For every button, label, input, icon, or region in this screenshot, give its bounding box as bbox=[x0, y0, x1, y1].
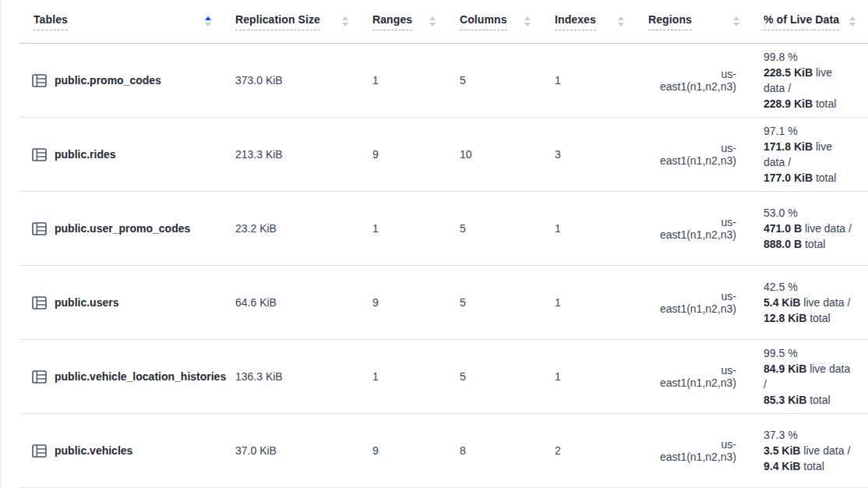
sort-asc-icon bbox=[849, 16, 856, 20]
table-grid-icon bbox=[32, 74, 47, 87]
table-name-link[interactable]: public.vehicle_location_histories bbox=[55, 370, 226, 383]
column-header-label: Ranges bbox=[372, 13, 412, 30]
indexes-cell: 3 bbox=[543, 148, 637, 161]
replication-size-cell: 64.6 KiB bbox=[224, 296, 361, 309]
replication-size-cell: 37.0 KiB bbox=[224, 444, 361, 457]
regions-cell: us-east1(n1,n2,n3) bbox=[637, 68, 752, 93]
table-name-cell: public.promo_codes bbox=[19, 74, 224, 87]
sort-asc-icon bbox=[733, 16, 739, 20]
sort-desc-icon bbox=[733, 23, 739, 27]
regions-cell: us-east1(n1,n2,n3) bbox=[637, 364, 752, 389]
sort-arrows-icon bbox=[205, 16, 211, 27]
columns-cell: 8 bbox=[448, 444, 543, 457]
regions-cell: us-east1(n1,n2,n3) bbox=[637, 142, 752, 167]
table-header-row: Tables Replication Size Ranges Columns I… bbox=[19, 0, 868, 44]
live-data-line: 228.5 KiB live data / bbox=[764, 65, 856, 96]
indexes-cell: 1 bbox=[543, 370, 637, 383]
ranges-cell: 9 bbox=[361, 296, 448, 309]
tables-table: Tables Replication Size Ranges Columns I… bbox=[1, 0, 868, 488]
sort-arrows-icon bbox=[429, 16, 436, 27]
table-name-link[interactable]: public.vehicles bbox=[55, 444, 132, 457]
live-data-percent: 99.5 % bbox=[764, 345, 856, 361]
sort-asc-icon bbox=[429, 16, 436, 20]
sort-desc-icon bbox=[524, 23, 531, 27]
indexes-cell: 1 bbox=[543, 296, 637, 309]
column-header--of-live-data[interactable]: % of Live Data bbox=[752, 0, 868, 43]
live-data-line: 471.0 B live data / bbox=[764, 221, 856, 236]
sort-arrows-icon bbox=[849, 16, 856, 27]
replication-size-cell: 136.3 KiB bbox=[224, 370, 361, 383]
live-data-percent: 42.5 % bbox=[764, 279, 856, 295]
column-header-label: Replication Size bbox=[235, 13, 320, 30]
column-header-ranges[interactable]: Ranges bbox=[361, 0, 448, 43]
sort-desc-icon bbox=[342, 23, 348, 27]
live-data-cell: 97.1 % 171.8 KiB live data / 177.0 KiB t… bbox=[752, 123, 868, 186]
live-data-line: 5.4 KiB live data / bbox=[764, 295, 856, 310]
indexes-cell: 1 bbox=[543, 74, 637, 87]
ranges-cell: 1 bbox=[361, 74, 448, 87]
total-data-line: 9.4 KiB total bbox=[764, 458, 856, 474]
columns-cell: 10 bbox=[448, 148, 543, 161]
replication-size-cell: 23.2 KiB bbox=[224, 222, 361, 235]
table-row: public.user_promo_codes 23.2 KiB 1 5 1 u… bbox=[19, 192, 868, 266]
table-row: public.rides 213.3 KiB 9 10 3 us-east1(n… bbox=[19, 118, 868, 192]
column-header-regions[interactable]: Regions bbox=[637, 0, 752, 43]
table-row: public.users 64.6 KiB 9 5 1 us-east1(n1,… bbox=[19, 266, 868, 340]
regions-cell: us-east1(n1,n2,n3) bbox=[637, 216, 752, 241]
columns-cell: 5 bbox=[448, 296, 543, 309]
table-grid-icon bbox=[32, 370, 47, 384]
table-row: public.promo_codes 373.0 KiB 1 5 1 us-ea… bbox=[19, 44, 868, 118]
live-data-cell: 53.0 % 471.0 B live data / 888.0 B total bbox=[752, 205, 868, 252]
sort-arrows-icon bbox=[733, 16, 739, 27]
regions-cell: us-east1(n1,n2,n3) bbox=[637, 290, 752, 315]
total-data-line: 177.0 KiB total bbox=[764, 170, 856, 186]
sort-desc-icon bbox=[429, 23, 436, 27]
table-name-link[interactable]: public.promo_codes bbox=[55, 74, 161, 87]
indexes-cell: 1 bbox=[543, 222, 637, 235]
columns-cell: 5 bbox=[448, 222, 543, 235]
sort-desc-icon bbox=[205, 23, 211, 27]
total-data-line: 12.8 KiB total bbox=[764, 310, 856, 326]
table-name-cell: public.rides bbox=[19, 148, 224, 161]
table-body: public.promo_codes 373.0 KiB 1 5 1 us-ea… bbox=[1, 44, 868, 488]
replication-size-cell: 213.3 KiB bbox=[224, 148, 361, 161]
table-name-link[interactable]: public.user_promo_codes bbox=[55, 222, 190, 235]
table-row: public.vehicle_location_histories 136.3 … bbox=[19, 340, 868, 414]
ranges-cell: 1 bbox=[361, 370, 448, 383]
column-header-tables[interactable]: Tables bbox=[19, 0, 224, 43]
sort-desc-icon bbox=[618, 23, 624, 27]
total-data-line: 228.9 KiB total bbox=[764, 96, 856, 111]
column-header-label: Indexes bbox=[555, 13, 596, 30]
live-data-cell: 99.5 % 84.9 KiB live data / 85.3 KiB tot… bbox=[752, 345, 868, 408]
column-header-replication-size[interactable]: Replication Size bbox=[224, 0, 361, 43]
live-data-line: 3.5 KiB live data / bbox=[764, 443, 856, 458]
live-data-cell: 42.5 % 5.4 KiB live data / 12.8 KiB tota… bbox=[752, 279, 868, 326]
total-data-line: 85.3 KiB total bbox=[764, 392, 856, 408]
live-data-percent: 37.3 % bbox=[764, 427, 856, 443]
ranges-cell: 9 bbox=[361, 148, 448, 161]
table-name-cell: public.vehicles bbox=[19, 444, 224, 458]
table-name-link[interactable]: public.rides bbox=[55, 148, 116, 161]
live-data-cell: 37.3 % 3.5 KiB live data / 9.4 KiB total bbox=[752, 427, 868, 474]
table-name-link[interactable]: public.users bbox=[55, 296, 118, 309]
column-header-indexes[interactable]: Indexes bbox=[543, 0, 637, 43]
table-grid-icon bbox=[32, 222, 47, 235]
column-header-columns[interactable]: Columns bbox=[448, 0, 543, 43]
live-data-percent: 99.8 % bbox=[764, 49, 856, 65]
table-grid-icon bbox=[32, 296, 47, 309]
columns-cell: 5 bbox=[448, 74, 543, 87]
regions-cell: us-east1(n1,n2,n3) bbox=[637, 438, 752, 463]
table-grid-icon bbox=[32, 148, 47, 161]
column-header-label: Tables bbox=[34, 13, 68, 30]
table-grid-icon bbox=[32, 444, 47, 458]
table-name-cell: public.users bbox=[19, 296, 224, 309]
replication-size-cell: 373.0 KiB bbox=[224, 74, 361, 87]
total-data-line: 888.0 B total bbox=[764, 236, 856, 252]
sort-asc-icon bbox=[524, 16, 531, 20]
column-header-label: % of Live Data bbox=[764, 13, 839, 30]
table-name-cell: public.vehicle_location_histories bbox=[19, 370, 224, 384]
sort-asc-icon bbox=[205, 16, 211, 20]
ranges-cell: 9 bbox=[361, 444, 448, 457]
live-data-percent: 53.0 % bbox=[764, 205, 856, 221]
sort-arrows-icon bbox=[618, 16, 624, 27]
